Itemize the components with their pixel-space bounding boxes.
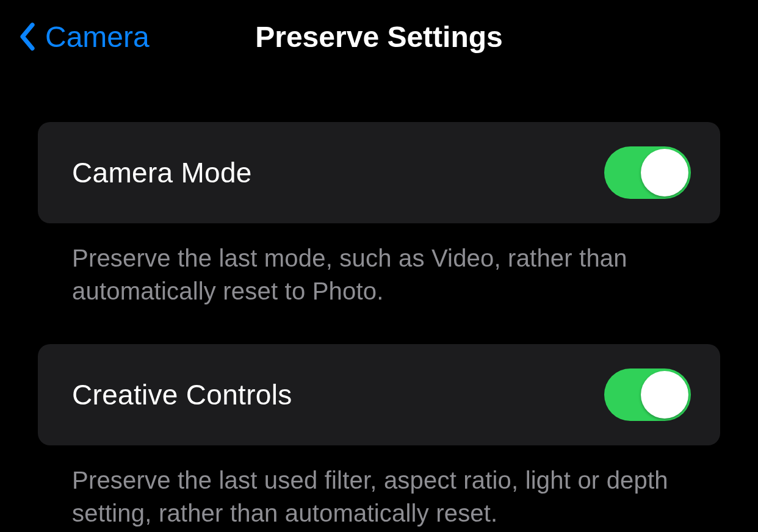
toggle-camera-mode[interactable] (604, 146, 691, 199)
setting-group-camera-mode: Camera Mode Preserve the last mode, such… (38, 122, 720, 307)
toggle-knob (641, 149, 688, 196)
setting-description: Preserve the last mode, such as Video, r… (38, 223, 720, 307)
settings-list: Camera Mode Preserve the last mode, such… (0, 61, 758, 530)
back-label: Camera (45, 20, 150, 54)
setting-row-creative-controls: Creative Controls (38, 344, 720, 445)
navigation-bar: Camera Preserve Settings (0, 0, 758, 61)
setting-label: Creative Controls (72, 378, 292, 411)
setting-description: Preserve the last used filter, aspect ra… (38, 445, 720, 530)
setting-row-camera-mode: Camera Mode (38, 122, 720, 223)
setting-label: Camera Mode (72, 156, 252, 189)
toggle-knob (641, 371, 688, 419)
setting-group-creative-controls: Creative Controls Preserve the last used… (38, 344, 720, 530)
chevron-left-icon (18, 22, 37, 51)
toggle-creative-controls[interactable] (604, 368, 691, 421)
back-button[interactable]: Camera (18, 20, 150, 54)
